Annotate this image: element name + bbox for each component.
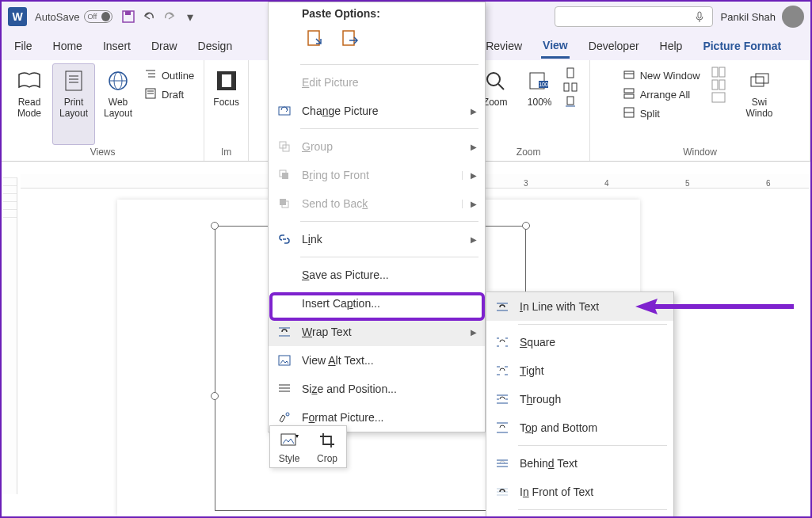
behind-text-item[interactable]: Behind Text xyxy=(486,449,673,478)
style-button[interactable]: ▾Style xyxy=(273,429,305,464)
reset-window-icon[interactable] xyxy=(711,92,732,103)
user-account[interactable]: Pankil Shah xyxy=(721,6,804,28)
switch-windows-icon xyxy=(747,68,772,93)
resize-handle-ne[interactable] xyxy=(522,222,530,230)
print-layout-icon xyxy=(61,68,86,93)
svg-rect-3 xyxy=(66,71,82,90)
autosave-toggle[interactable]: AutoSave Off xyxy=(35,10,112,23)
toggle-knob xyxy=(101,12,110,21)
tab-picture-format[interactable]: Picture Format xyxy=(701,35,783,57)
svg-rect-1 xyxy=(125,11,131,15)
read-mode-icon xyxy=(17,68,42,93)
change-picture-item[interactable]: Change Picture▶ xyxy=(269,97,485,125)
wrap-text-item[interactable]: Wrap Text▶ xyxy=(269,318,485,346)
format-picture-icon xyxy=(276,409,292,425)
send-back-item: Send to Back▶ xyxy=(269,189,485,218)
page-width-icon[interactable] xyxy=(562,67,583,79)
edit-picture-item: Edit Picture xyxy=(269,68,485,97)
hundred-percent-button[interactable]: 100 100% xyxy=(518,63,561,145)
save-as-picture-item[interactable]: Save as Picture... xyxy=(269,261,485,289)
view-alt-text-item[interactable]: View Alt Text... xyxy=(269,346,485,375)
in-front-icon xyxy=(494,484,510,500)
arrange-all-button[interactable]: Arrange All xyxy=(619,86,703,103)
svg-rect-27 xyxy=(624,71,634,78)
autosave-state: Off xyxy=(87,13,97,21)
svg-rect-47 xyxy=(282,173,288,179)
hundred-percent-icon: 100 xyxy=(527,68,552,93)
insert-caption-item[interactable]: Insert Caption... xyxy=(269,289,485,318)
multiple-pages-icon[interactable] xyxy=(562,81,583,93)
tab-file[interactable]: File xyxy=(13,35,34,57)
context-menu: Paste Options: Edit Picture Change Pictu… xyxy=(268,2,486,432)
tight-icon xyxy=(494,363,510,379)
toggle-switch[interactable]: Off xyxy=(84,10,112,23)
chevron-down-icon[interactable]: ▾ xyxy=(182,9,198,25)
edit-wrap-points-item: Edit Wrap Points xyxy=(486,513,673,518)
svg-line-19 xyxy=(498,84,504,90)
new-window-button[interactable]: New Window xyxy=(619,67,703,84)
size-position-item[interactable]: Size and Position... xyxy=(269,375,485,403)
autosave-label: AutoSave xyxy=(35,11,79,23)
paste-keep-source-icon[interactable] xyxy=(302,26,329,53)
split-button[interactable]: Split xyxy=(619,105,703,122)
tab-view[interactable]: View xyxy=(541,34,570,59)
svg-rect-2 xyxy=(698,12,701,18)
inline-icon xyxy=(494,299,510,314)
through-icon xyxy=(494,391,510,407)
arrange-all-icon xyxy=(623,87,637,101)
square-item[interactable]: Square xyxy=(486,328,673,356)
tab-draw[interactable]: Draw xyxy=(150,35,179,57)
draft-button[interactable]: Draft xyxy=(141,86,197,103)
tab-insert[interactable]: Insert xyxy=(101,35,132,57)
web-layout-icon xyxy=(105,68,131,93)
in-front-text-item[interactable]: In Front of Text xyxy=(486,478,673,506)
microphone-icon xyxy=(693,10,706,23)
resize-handle-w[interactable] xyxy=(211,392,219,400)
tight-item[interactable]: Tight xyxy=(486,356,673,385)
mini-toolbar: ▾Style Crop xyxy=(269,425,347,468)
svg-rect-43 xyxy=(343,31,354,45)
svg-text:▾: ▾ xyxy=(295,432,299,440)
search-input[interactable] xyxy=(555,6,713,27)
svg-rect-37 xyxy=(712,93,725,102)
svg-rect-38 xyxy=(751,77,764,86)
page-width-arrow-icon[interactable] xyxy=(562,95,583,108)
avatar xyxy=(782,6,804,28)
read-mode-button[interactable]: Read Mode xyxy=(8,63,51,145)
svg-rect-33 xyxy=(712,67,718,77)
redo-icon[interactable] xyxy=(162,9,177,25)
tab-review[interactable]: Review xyxy=(484,35,524,57)
top-bottom-icon xyxy=(494,420,510,436)
tab-design[interactable]: Design xyxy=(196,35,234,57)
user-name: Pankil Shah xyxy=(721,11,776,23)
sync-scroll-icon[interactable] xyxy=(711,79,732,90)
bring-front-item: Bring to Front▶ xyxy=(269,161,485,189)
print-layout-button[interactable]: Print Layout xyxy=(52,63,95,145)
crop-button[interactable]: Crop xyxy=(311,429,343,464)
paste-picture-icon[interactable] xyxy=(337,26,364,53)
top-bottom-item[interactable]: Top and Bottom xyxy=(486,413,673,442)
focus-button[interactable]: Focus xyxy=(205,63,248,145)
tab-home[interactable]: Home xyxy=(51,35,84,57)
svg-rect-53 xyxy=(279,356,290,365)
tab-developer[interactable]: Developer xyxy=(587,35,641,57)
wrap-text-icon xyxy=(276,324,292,340)
switch-windows-button[interactable]: Swi Windo xyxy=(738,63,781,145)
resize-handle-nw[interactable] xyxy=(211,222,219,230)
save-icon[interactable] xyxy=(120,9,136,25)
svg-rect-34 xyxy=(719,67,725,77)
svg-rect-36 xyxy=(719,80,725,90)
style-icon: ▾ xyxy=(278,429,300,451)
web-layout-button[interactable]: Web Layout xyxy=(97,63,139,145)
through-item[interactable]: Through xyxy=(486,385,673,413)
send-back-icon xyxy=(276,196,292,211)
view-side-icon[interactable] xyxy=(711,67,732,78)
svg-rect-29 xyxy=(624,89,634,93)
tab-help[interactable]: Help xyxy=(658,35,684,57)
in-line-with-text-item[interactable]: In Line with Text xyxy=(486,292,673,321)
link-item[interactable]: Link▶ xyxy=(269,225,485,253)
group-item: Group▶ xyxy=(269,132,485,161)
undo-icon[interactable] xyxy=(141,9,157,25)
svg-rect-39 xyxy=(756,74,768,83)
outline-button[interactable]: Outline xyxy=(141,67,197,84)
